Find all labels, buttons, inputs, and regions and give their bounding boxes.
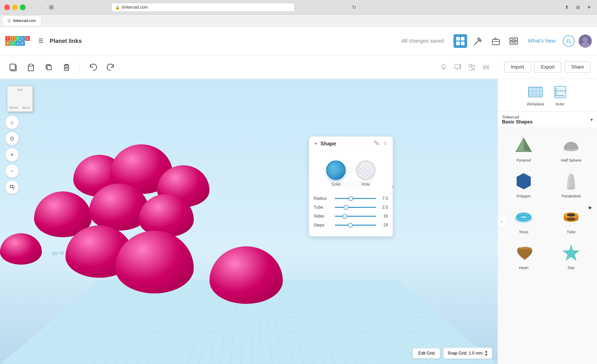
shape-item-star[interactable]: Star (548, 238, 595, 273)
svg-rect-13 (29, 64, 32, 66)
steps-slider[interactable] (335, 225, 376, 226)
import-button[interactable]: Import (504, 61, 531, 73)
solid-label: Solid (331, 182, 341, 187)
steps-value: 24 (379, 223, 388, 228)
radius-value: 7.5 (379, 196, 388, 201)
shape-item-pyramid[interactable]: Pyramid (500, 131, 547, 166)
user-plus-icon (566, 36, 572, 46)
solid-option[interactable]: Solid (326, 161, 346, 187)
snap-down-button[interactable]: ▼ (485, 353, 488, 356)
steps-label: Steps (314, 223, 332, 228)
minimize-button[interactable] (12, 4, 18, 10)
sidebar-toggle-button[interactable]: ⊞ (47, 3, 56, 12)
undo-button[interactable] (86, 60, 100, 74)
zoom-out-button[interactable]: − (5, 164, 19, 178)
shape-properties-panel: › ▼ Shape (309, 136, 393, 236)
tab-bar: ☑ tinkercad.com (0, 15, 597, 27)
svg-rect-11 (10, 64, 15, 70)
new-tab-button[interactable]: ⊞ (574, 3, 582, 11)
user-avatar[interactable] (579, 35, 592, 48)
ortho-icon (9, 184, 15, 190)
back-button[interactable]: ‹ (29, 3, 35, 11)
half-sphere-svg (562, 136, 581, 155)
shape-color-button[interactable] (374, 140, 380, 147)
focus-button[interactable]: ⊙ (5, 132, 19, 145)
main-content: workplane TOP (0, 79, 597, 364)
svg-rect-3 (461, 42, 465, 45)
svg-rect-22 (469, 64, 472, 67)
briefcase-button[interactable] (489, 34, 503, 48)
avatar-image (579, 35, 592, 48)
forward-button[interactable]: › (38, 3, 44, 11)
shapes-dropdown-button[interactable]: ▾ (590, 117, 593, 123)
workplane-tool[interactable]: Workplane (527, 84, 544, 106)
3d-canvas[interactable]: workplane TOP (0, 79, 497, 364)
shapes-library: Pyramid Half Sphere (498, 128, 597, 364)
logo-n: N (15, 36, 20, 41)
add-user-button[interactable] (563, 35, 574, 47)
shape-item-polygon[interactable]: Polygon (500, 167, 547, 201)
tube-slider[interactable] (335, 207, 376, 208)
browser-chrome: ‹ › ⊞ 🔒 tinkercad.com ↻ ⬆ ⊞ + ☑ tinkerca… (0, 0, 597, 27)
workplane-icon-container (528, 84, 543, 100)
tinkercad-logo[interactable]: T I N K E R C A D (5, 36, 30, 46)
paraboloid-label: Paraboloid (562, 194, 581, 198)
mirror-button[interactable] (480, 61, 492, 73)
grid-view-button[interactable] (454, 34, 467, 48)
category-labels: Tinkercad Basic Shapes (502, 115, 533, 125)
navigation-cube[interactable]: TOP RIGHT BACK (7, 86, 38, 117)
shape-item-half-sphere[interactable]: Half Sphere (548, 131, 595, 166)
hole-label: Hole (362, 182, 370, 187)
polygon-image (513, 171, 534, 192)
orthographic-button[interactable] (5, 180, 19, 194)
maximize-button[interactable] (20, 4, 26, 10)
pyramid-svg (514, 136, 533, 155)
url-bar[interactable]: 🔒 tinkercad.com (111, 3, 295, 12)
shape-item-paraboloid[interactable]: Paraboloid (548, 167, 595, 201)
edit-grid-button[interactable]: Edit Grid (413, 348, 440, 359)
light-bulb-button[interactable] (438, 61, 450, 73)
heart-svg (514, 243, 533, 262)
refresh-button[interactable]: ↻ (350, 3, 358, 11)
fit-view-button[interactable]: ⌂ (5, 116, 19, 129)
close-button[interactable] (4, 4, 10, 10)
panel-collapse-button[interactable]: ▼ (314, 141, 318, 146)
redo-button[interactable] (104, 60, 118, 74)
shape-visibility-button[interactable] (382, 140, 388, 147)
toolbar-divider (80, 61, 80, 74)
sides-slider[interactable] (335, 216, 376, 217)
whats-new-button[interactable]: What's New (525, 36, 559, 46)
zoom-in-button[interactable]: + (5, 148, 19, 162)
export-button[interactable]: Export (534, 61, 561, 73)
shape-item-heart[interactable]: Heart (500, 238, 547, 273)
delete-button[interactable] (60, 60, 73, 74)
duplicate-button[interactable] (42, 60, 56, 74)
share-button[interactable]: Share (565, 61, 591, 73)
shape-item-tube[interactable]: ★ Tube (548, 202, 595, 237)
svg-point-9 (583, 37, 588, 42)
copy-button[interactable] (6, 60, 20, 74)
logo-i: I (10, 36, 15, 41)
hamburger-menu-button[interactable]: ☰ (36, 37, 46, 46)
ruler-tool[interactable]: Ruler (552, 84, 568, 106)
pickaxe-button[interactable] (471, 34, 485, 48)
active-tab[interactable]: ☑ tinkercad.com (2, 16, 41, 26)
lightbulb-icon (440, 63, 447, 71)
ruler-icon (553, 85, 567, 99)
snap-up-button[interactable]: ▲ (485, 350, 488, 353)
radius-slider[interactable] (335, 198, 376, 199)
code-blocks-button[interactable] (507, 34, 521, 48)
add-tab-button[interactable]: + (585, 3, 593, 12)
align-button[interactable] (466, 61, 478, 73)
pickaxe-icon (473, 36, 483, 46)
hole-option[interactable]: Hole (356, 161, 375, 187)
comment-button[interactable] (452, 61, 464, 73)
tube-star-badge: ★ (588, 204, 592, 211)
logo-r: R (5, 41, 10, 46)
right-panel-tools: Workplane (498, 79, 597, 112)
browser-share-button[interactable]: ⬆ (563, 3, 571, 11)
shape-item-torus[interactable]: Torus (500, 202, 547, 237)
paste-button[interactable] (24, 60, 38, 74)
cube-face: TOP RIGHT BACK (7, 86, 33, 112)
logo-e: E (25, 36, 30, 41)
